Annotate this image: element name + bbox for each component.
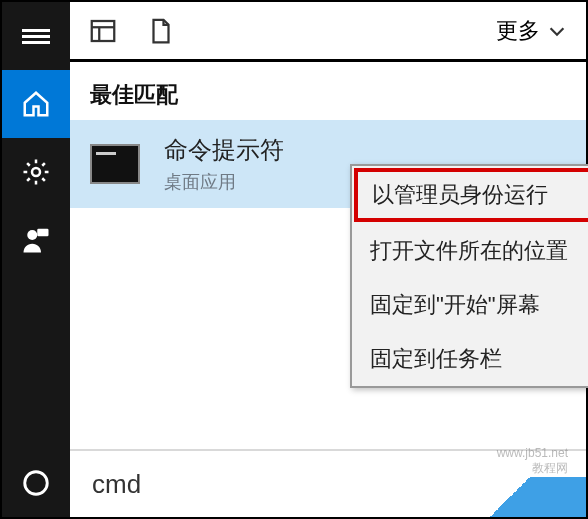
- accent-corner: [466, 477, 586, 517]
- home-icon: [21, 89, 51, 119]
- search-area: [70, 449, 586, 517]
- result-title: 命令提示符: [164, 134, 284, 166]
- cortana-circle-icon: [21, 468, 51, 498]
- feedback-button[interactable]: [2, 206, 70, 274]
- home-button[interactable]: [2, 70, 70, 138]
- svg-point-3: [25, 472, 48, 495]
- start-search-window: 更多 最佳匹配 命令提示符 桌面应用 以管理员身份运行 打开文件所在的位置 固定…: [0, 0, 588, 519]
- ctx-pin-to-taskbar[interactable]: 固定到任务栏: [352, 332, 588, 386]
- hamburger-menu-button[interactable]: [2, 2, 70, 70]
- settings-button[interactable]: [2, 138, 70, 206]
- svg-point-1: [27, 230, 37, 240]
- cortana-button[interactable]: [2, 449, 70, 517]
- hamburger-icon: [22, 26, 50, 47]
- ctx-run-as-admin[interactable]: 以管理员身份运行: [354, 168, 588, 222]
- chevron-down-icon: [546, 20, 568, 42]
- best-match-header: 最佳匹配: [70, 62, 586, 120]
- top-bar: 更多: [70, 2, 586, 62]
- more-button[interactable]: 更多: [496, 16, 568, 46]
- main-panel: 更多 最佳匹配 命令提示符 桌面应用 以管理员身份运行 打开文件所在的位置 固定…: [70, 2, 586, 517]
- result-subtitle: 桌面应用: [164, 170, 284, 194]
- result-text-block: 命令提示符 桌面应用: [164, 134, 284, 194]
- command-prompt-icon: [90, 144, 140, 184]
- svg-point-0: [32, 168, 40, 176]
- context-menu: 以管理员身份运行 打开文件所在的位置 固定到"开始"屏幕 固定到任务栏: [350, 164, 588, 388]
- svg-rect-2: [37, 229, 48, 237]
- person-chat-icon: [21, 225, 51, 255]
- ctx-open-file-location[interactable]: 打开文件所在的位置: [352, 224, 588, 278]
- ctx-pin-to-start[interactable]: 固定到"开始"屏幕: [352, 278, 588, 332]
- more-label: 更多: [496, 16, 540, 46]
- gear-icon: [21, 157, 51, 187]
- documents-filter-icon[interactable]: [146, 16, 176, 46]
- left-sidebar: [2, 2, 70, 517]
- apps-filter-icon[interactable]: [88, 16, 118, 46]
- svg-rect-4: [92, 21, 115, 41]
